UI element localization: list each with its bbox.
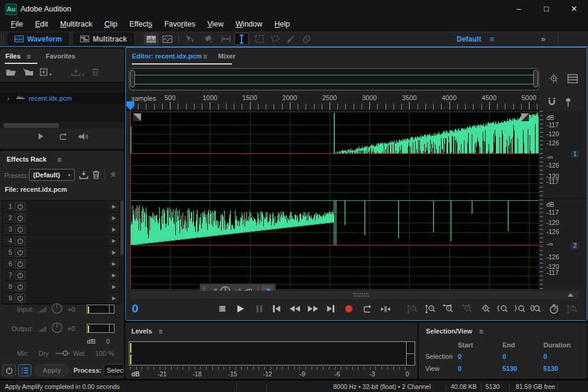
minimize-button[interactable]: – bbox=[505, 0, 533, 18]
file-row[interactable]: › recent.idx.pcm bbox=[0, 93, 124, 104]
slot-fx-menu-arrow[interactable]: ▶ bbox=[108, 273, 119, 278]
rack-scroll-thumb[interactable] bbox=[120, 201, 124, 255]
workspace-menu-icon[interactable]: ≡ bbox=[490, 35, 494, 43]
editor-tab-menu-icon[interactable]: ≡ bbox=[203, 52, 207, 61]
files-scroll-thumb[interactable] bbox=[4, 123, 59, 128]
effect-slot-5[interactable]: 5▶ bbox=[2, 247, 119, 258]
time-display[interactable]: 0 bbox=[132, 302, 139, 315]
waveform-canvas[interactable] bbox=[130, 111, 539, 289]
menu-edit[interactable]: Edit bbox=[29, 18, 54, 31]
slot-empty-area[interactable] bbox=[27, 225, 108, 234]
play-button[interactable] bbox=[233, 302, 248, 316]
marker-pin-icon[interactable] bbox=[565, 97, 572, 107]
rack-list-view-button[interactable] bbox=[18, 364, 31, 376]
skip-to-start-button[interactable] bbox=[269, 302, 284, 316]
timeline-ruler[interactable]: samples 50010001500200025003000350040004… bbox=[126, 92, 539, 110]
mix-slider-thumb[interactable] bbox=[63, 350, 68, 356]
menu-multitrack[interactable]: Multitrack bbox=[54, 18, 99, 31]
slot-power-button[interactable] bbox=[15, 236, 25, 245]
menu-effects[interactable]: Effects bbox=[124, 18, 158, 31]
rack-scrollbar[interactable] bbox=[120, 201, 124, 303]
workspace-selector[interactable]: Default bbox=[457, 35, 481, 43]
slot-power-button[interactable] bbox=[15, 225, 25, 234]
mix-value[interactable]: 100 % bbox=[95, 350, 114, 357]
paintbrush-tool-button[interactable] bbox=[283, 33, 298, 45]
tab-files[interactable]: Files bbox=[5, 52, 20, 60]
effect-slot-4[interactable]: 4▶ bbox=[2, 235, 119, 247]
menu-file[interactable]: File bbox=[5, 18, 29, 31]
effects-rack-menu-icon[interactable]: ≡ bbox=[57, 156, 61, 164]
favorite-star-icon[interactable]: ★ bbox=[109, 169, 117, 180]
effects-rack-title[interactable]: Effects Rack bbox=[7, 156, 46, 163]
razor-tool-button[interactable] bbox=[201, 33, 215, 45]
slot-empty-area[interactable] bbox=[27, 259, 108, 268]
scrollbar-grip[interactable] bbox=[353, 293, 369, 297]
save-file-button[interactable] bbox=[71, 68, 81, 76]
spectral-display-button[interactable] bbox=[160, 33, 175, 45]
track-list-icon[interactable] bbox=[568, 74, 578, 83]
slot-fx-menu-arrow[interactable]: ▶ bbox=[108, 296, 119, 301]
pause-button[interactable] bbox=[251, 302, 267, 316]
slip-tool-button[interactable] bbox=[219, 33, 233, 45]
preset-dropdown[interactable]: (Default) ▾ bbox=[29, 169, 75, 181]
fade-out-handle[interactable] bbox=[521, 113, 529, 121]
toolbar-grip[interactable] bbox=[1, 33, 4, 45]
selection-end[interactable]: 0 bbox=[502, 353, 506, 360]
status-format[interactable]: 8000 Hz • 32-bit (float) • 2 Channel bbox=[333, 383, 431, 390]
rewind-button[interactable] bbox=[287, 302, 302, 316]
skip-to-end-button[interactable] bbox=[323, 302, 339, 316]
zoom-in-horizontal-button[interactable] bbox=[440, 302, 455, 316]
files-horizontal-scrollbar[interactable] bbox=[0, 122, 124, 129]
menu-window[interactable]: Window bbox=[230, 18, 268, 31]
apply-button[interactable]: Apply bbox=[35, 364, 69, 376]
view-end[interactable]: 5130 bbox=[502, 365, 517, 372]
new-file-dropdown-arrow[interactable]: ▾ bbox=[49, 72, 52, 77]
selection-start[interactable]: 0 bbox=[458, 353, 461, 360]
files-loop-button[interactable] bbox=[58, 133, 68, 141]
effect-slot-3[interactable]: 3▶ bbox=[2, 224, 119, 235]
zoom-out-horizontal-button[interactable] bbox=[458, 302, 474, 316]
slot-empty-area[interactable] bbox=[27, 202, 108, 211]
slot-power-button[interactable] bbox=[15, 294, 25, 303]
loop-playback-button[interactable] bbox=[359, 302, 375, 316]
slot-fx-menu-arrow[interactable]: ▶ bbox=[108, 204, 119, 209]
output-gain-value[interactable]: +0 bbox=[67, 325, 75, 332]
rack-power-button[interactable] bbox=[2, 364, 16, 376]
marquee-selection-tool-button[interactable] bbox=[252, 33, 266, 45]
slot-fx-menu-arrow[interactable]: ▶ bbox=[108, 261, 119, 267]
levels-menu-icon[interactable]: ≡ bbox=[158, 327, 163, 336]
zoom-in-vertical-alt-button[interactable] bbox=[564, 302, 580, 316]
menu-help[interactable]: Help bbox=[269, 18, 296, 31]
move-tool-button[interactable] bbox=[183, 33, 197, 45]
zoom-reset-button[interactable] bbox=[477, 302, 492, 316]
editor-horizontal-scrollbar[interactable] bbox=[130, 291, 578, 299]
effect-slot-8[interactable]: 8▶ bbox=[2, 281, 119, 292]
input-gain-value[interactable]: +0 bbox=[67, 306, 75, 313]
waveform-mode-button[interactable]: Waveform bbox=[8, 33, 69, 45]
effect-slot-7[interactable]: 7▶ bbox=[2, 270, 119, 281]
import-file-button[interactable] bbox=[23, 68, 34, 76]
effect-slot-2[interactable]: 2▶ bbox=[2, 212, 119, 224]
nav-left-handle[interactable] bbox=[130, 70, 135, 87]
channel-1-badge[interactable]: 1 bbox=[570, 150, 580, 159]
close-button[interactable]: ✕ bbox=[560, 0, 588, 18]
menu-clip[interactable]: Clip bbox=[98, 18, 124, 31]
snap-magnet-icon[interactable] bbox=[546, 97, 557, 107]
slot-empty-area[interactable] bbox=[27, 248, 108, 257]
output-gain-knob[interactable] bbox=[51, 322, 63, 334]
nav-right-handle[interactable] bbox=[533, 70, 538, 87]
toolbar-overflow-chevron[interactable]: » bbox=[541, 34, 544, 43]
effect-slot-6[interactable]: 6▶ bbox=[2, 258, 119, 270]
input-gain-knob[interactable] bbox=[51, 303, 63, 314]
slot-empty-area[interactable] bbox=[27, 271, 108, 280]
view-start[interactable]: 0 bbox=[458, 365, 461, 372]
files-panel-menu-icon[interactable]: ≡ bbox=[27, 52, 31, 61]
tab-favorites[interactable]: Favorites bbox=[46, 52, 75, 60]
slot-fx-menu-arrow[interactable]: ▶ bbox=[108, 215, 119, 221]
slot-power-button[interactable] bbox=[15, 271, 25, 280]
zoom-out-vertical-button[interactable] bbox=[422, 302, 438, 316]
stop-button[interactable] bbox=[214, 302, 230, 316]
delete-preset-button[interactable] bbox=[92, 170, 100, 179]
zoom-selection-button[interactable] bbox=[528, 302, 543, 316]
menu-view[interactable]: View bbox=[201, 18, 230, 31]
